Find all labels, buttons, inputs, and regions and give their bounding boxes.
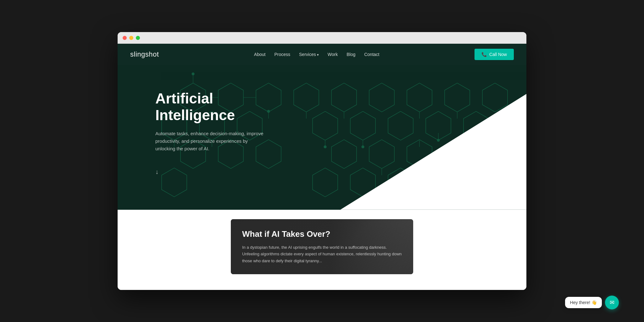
svg-marker-22 <box>369 140 394 169</box>
blog-card-title: What if AI Takes Over? <box>242 229 402 239</box>
svg-marker-21 <box>331 140 357 169</box>
svg-marker-4 <box>331 83 357 112</box>
chat-bubble: Hey there! 👋 <box>565 297 602 308</box>
svg-marker-12 <box>313 111 338 140</box>
nav-item-contact[interactable]: Contact <box>364 52 379 57</box>
site-logo[interactable]: slingshot <box>130 50 159 58</box>
svg-marker-27 <box>313 168 338 197</box>
svg-marker-13 <box>350 111 375 140</box>
nav-link-contact[interactable]: Contact <box>364 52 379 57</box>
nav-item-work[interactable]: Work <box>328 52 338 57</box>
svg-point-50 <box>324 146 326 148</box>
svg-point-45 <box>437 139 440 142</box>
navbar: slingshot About Process Services Work Bl… <box>118 44 526 65</box>
nav-link-process[interactable]: Process <box>274 52 290 57</box>
blog-card-content: What if AI Takes Over? In a dystopian fu… <box>231 219 413 274</box>
nav-item-blog[interactable]: Blog <box>347 52 355 57</box>
hero-title: Artificial Intelligence <box>155 90 269 124</box>
phone-icon: 📞 <box>481 52 487 57</box>
nav-item-process[interactable]: Process <box>274 52 290 57</box>
blog-card[interactable]: What if AI Takes Over? In a dystopian fu… <box>231 219 413 274</box>
svg-marker-6 <box>407 83 432 112</box>
call-now-button[interactable]: 📞 Call Now <box>475 49 514 60</box>
traffic-light-red[interactable] <box>123 36 127 40</box>
browser-chrome <box>118 32 526 44</box>
traffic-light-yellow[interactable] <box>129 36 133 40</box>
traffic-light-green[interactable] <box>136 36 140 40</box>
white-section: What if AI Takes Over? In a dystopian fu… <box>118 210 526 290</box>
nav-links: About Process Services Work Blog Contact <box>254 52 380 57</box>
nav-item-about[interactable]: About <box>254 52 266 57</box>
chat-widget: Hey there! 👋 ✉ <box>565 296 619 309</box>
call-now-label: Call Now <box>489 52 507 57</box>
nav-link-services[interactable]: Services <box>299 52 319 57</box>
svg-marker-14 <box>388 111 413 140</box>
nav-link-about[interactable]: About <box>254 52 266 57</box>
nav-item-services[interactable]: Services <box>299 52 319 57</box>
svg-marker-5 <box>369 83 394 112</box>
hero-section: Artificial Intelligence Automate tasks, … <box>118 65 526 210</box>
blog-card-text: In a dystopian future, the AI uprising e… <box>242 244 402 264</box>
chat-button-icon: ✉ <box>610 299 614 306</box>
nav-link-work[interactable]: Work <box>328 52 338 57</box>
svg-marker-8 <box>482 83 508 112</box>
scroll-down-arrow[interactable]: ↓ <box>155 168 269 175</box>
hero-content: Artificial Intelligence Automate tasks, … <box>118 65 306 194</box>
svg-point-47 <box>362 146 364 148</box>
browser-window: slingshot About Process Services Work Bl… <box>118 32 526 290</box>
nav-link-blog[interactable]: Blog <box>347 52 355 57</box>
hero-subtitle: Automate tasks, enhance decision-making,… <box>155 130 269 153</box>
chat-open-button[interactable]: ✉ <box>605 296 619 309</box>
browser-content: slingshot About Process Services Work Bl… <box>118 44 526 290</box>
svg-marker-7 <box>445 83 470 112</box>
